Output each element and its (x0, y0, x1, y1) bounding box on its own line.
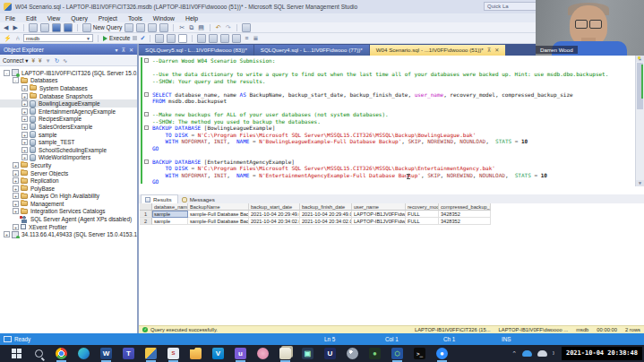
tray-chevron-icon[interactable]: ⌃ (511, 350, 517, 358)
taskbar-sticky-notes-icon[interactable] (279, 348, 291, 359)
expand-icon[interactable]: + (13, 224, 19, 230)
expand-icon[interactable]: + (4, 231, 10, 237)
grid-col-header-recovery_model[interactable]: recovery_model (406, 203, 439, 211)
taskbar-start-icon[interactable] (11, 348, 22, 359)
window-position-icon[interactable]: ▾ (116, 47, 118, 53)
close-tab-icon[interactable]: ✕ (494, 45, 499, 56)
grid-cell[interactable]: sample (152, 218, 188, 225)
navigate-forward-icon[interactable]: ▶ (12, 23, 18, 31)
comment-icon[interactable] (197, 34, 206, 43)
expand-icon[interactable]: + (13, 177, 19, 184)
grid-cell[interactable]: 3428352 (439, 218, 491, 225)
tree-item-bowlingleagueexample[interactable]: +BowlingLeagueExample (0, 99, 137, 108)
scroll-down-icon[interactable]: ▼ (636, 180, 644, 186)
pin-icon[interactable]: ⊼ (487, 45, 491, 56)
open-file-icon[interactable] (40, 23, 49, 32)
filter-icon[interactable]: ▼ (45, 57, 50, 64)
expand-icon[interactable]: + (21, 154, 28, 160)
tree-item-sample-test[interactable]: +sample_TEST (0, 138, 137, 146)
tree-item-sample[interactable]: +sample (0, 131, 137, 139)
results-grid[interactable]: database_nameBackupNamebackup_start_date… (140, 203, 491, 225)
expand-icon[interactable]: + (13, 162, 19, 168)
taskbar-file-explorer-icon[interactable] (190, 348, 202, 359)
expand-icon[interactable]: + (21, 139, 28, 145)
tree-item-salesordersexample[interactable]: +SalesOrdersExample (0, 123, 137, 131)
taskbar-vscode-icon[interactable]: V (212, 348, 224, 359)
tree-item-entertainmentagencyexample[interactable]: +EntertainmentAgencyExample (0, 108, 137, 116)
taskbar-app-puzzle-icon[interactable]: ⬡ (391, 348, 403, 359)
grid-cell[interactable]: LAPTOP-IB1JV0FF\dwoooo (352, 211, 406, 218)
expand-icon[interactable]: + (21, 132, 28, 138)
grid-cell[interactable]: 2021-10-04 20:29:49.000 (300, 211, 352, 218)
fold-collapse-icon[interactable]: - (144, 92, 149, 97)
taskbar-search-icon[interactable] (33, 348, 45, 359)
refresh-icon[interactable]: ↻ (55, 57, 59, 64)
grid-cell[interactable]: sample (152, 211, 188, 218)
tree-item-sql-server-agent-agent-xps-dis[interactable]: SQL Server Agent (Agent XPs disabled) (0, 215, 137, 223)
grid-col-header-backup_start_date[interactable]: backup_start_date (249, 203, 300, 211)
onedrive-icon[interactable] (522, 350, 532, 357)
fold-collapse-icon[interactable]: - (144, 112, 149, 116)
outdent-icon[interactable] (232, 34, 241, 43)
cloud-icon[interactable] (537, 350, 547, 357)
sql-editor[interactable]: ---Darren Wood W04 Scenario Submission:-… (139, 56, 644, 186)
pin-icon[interactable]: ⊼ (122, 47, 125, 53)
analyze-icon[interactable] (155, 34, 164, 43)
expand-icon[interactable]: + (13, 201, 19, 207)
taskbar-photos-icon[interactable]: ▣ (302, 348, 313, 359)
indent-icon[interactable] (220, 34, 229, 43)
grid-cell[interactable]: 2021-10-04 20:34:02.000 (249, 218, 300, 225)
expand-icon[interactable]: + (21, 108, 28, 115)
activity-icon[interactable]: ∿ (63, 57, 67, 64)
expand-icon[interactable]: + (21, 100, 28, 107)
grid-col-header-database_name[interactable]: database_name (152, 203, 188, 211)
taskbar-clock[interactable]: 2021-10-04 20:38:48 (562, 347, 642, 360)
grid-cell[interactable]: FULL (406, 218, 439, 225)
taskbar-edge-icon[interactable] (78, 348, 90, 359)
grid-cell[interactable]: FULL (406, 211, 439, 218)
tab-results[interactable]: Results (141, 194, 178, 203)
grid-row-header[interactable]: 1 (140, 211, 152, 218)
menu-help[interactable]: Help (180, 15, 203, 22)
object-explorer-titlebar[interactable]: Object Explorer ▾⊼✕ (0, 44, 137, 55)
document-tab-1[interactable]: SQLQuery5.sql - L...1IV0FF\dwooo (83))* (139, 45, 253, 56)
grid-data-row-1[interactable]: 1samplesample-Full Database Backup2021-1… (140, 211, 491, 218)
tree-item-laptop-ib1iv0ff-cit326-sql-ser[interactable]: -LAPTOP-IB1IV0FF\CIT326 (SQL Server 15.0… (0, 69, 137, 77)
menu-project[interactable]: Project (93, 15, 123, 22)
document-tab-2[interactable]: SQLQuery4.sql - L...1IV0FF\dwooo (77))* (254, 45, 369, 56)
fold-collapse-icon[interactable]: - (144, 58, 149, 63)
uncomment-icon[interactable] (209, 34, 218, 43)
fold-collapse-icon[interactable]: - (144, 125, 149, 130)
tab-messages[interactable]: Messages (178, 195, 220, 203)
expand-icon[interactable]: + (21, 116, 28, 122)
connect-button[interactable]: Connect ▾ (3, 57, 28, 64)
document-tab-3[interactable]: W04 Scenario.sql - ...1IV0FF\dwoooo (51)… (370, 45, 505, 56)
tree-item-replication[interactable]: +Replication (0, 177, 137, 185)
menu-query[interactable]: Query (65, 15, 93, 22)
grid-row-header[interactable]: 2 (140, 218, 152, 225)
grid-col-header-backup_finish_date[interactable]: backup_finish_date (300, 203, 352, 211)
new-file-icon[interactable] (29, 23, 38, 32)
menu-file[interactable]: File (0, 15, 21, 22)
collapse-icon[interactable]: - (4, 70, 10, 76)
grid-col-header-compressed_backup_size[interactable]: compressed_backup_size (439, 203, 491, 211)
menu-tools[interactable]: Tools (123, 15, 148, 22)
taskbar-terminal-icon[interactable]: >_ (414, 348, 425, 359)
disconnect-icon[interactable]: ¥ (31, 57, 35, 64)
undo-icon[interactable]: ↶ (215, 23, 222, 31)
tree-item-integration-services-catalogs[interactable]: +Integration Services Catalogs (0, 208, 137, 216)
menu-edit[interactable]: Edit (21, 15, 42, 22)
expand-icon[interactable]: + (21, 124, 28, 130)
tree-item-polybase[interactable]: +PolyBase (0, 185, 137, 193)
grid-data-row-2[interactable]: 2samplesample-Full Database Backup2021-1… (140, 218, 491, 225)
taskbar-word-icon[interactable]: W (100, 348, 112, 359)
tree-item-databases[interactable]: -Databases (0, 77, 137, 85)
paste-icon[interactable]: ▤ (197, 23, 205, 31)
database-query-icon-3[interactable] (148, 23, 157, 32)
tree-item-database-snapshots[interactable]: +Database Snapshots (0, 92, 137, 100)
taskbar-ssms-icon[interactable] (145, 348, 157, 359)
taskbar-app-brain-icon[interactable] (257, 348, 269, 359)
fold-collapse-icon[interactable]: - (144, 159, 149, 164)
expand-icon[interactable]: + (21, 93, 28, 99)
menu-window[interactable]: Window (148, 15, 180, 22)
